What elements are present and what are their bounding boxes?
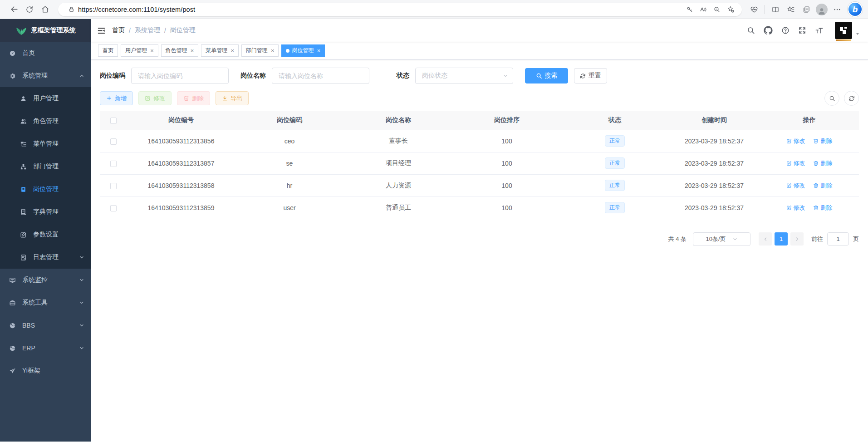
row-delete-link[interactable]: 删除	[813, 137, 832, 145]
row-checkbox[interactable]	[110, 161, 117, 167]
sidebar-item-yi[interactable]: Yi框架	[0, 359, 91, 382]
collections-icon[interactable]	[799, 3, 814, 16]
sidebar-item-label: 角色管理	[33, 117, 59, 125]
sidebar-submenu-system: 用户管理 角色管理 菜单管理 部门管理	[0, 87, 91, 269]
help-icon[interactable]	[781, 26, 790, 34]
sidebar-item-home[interactable]: 首页	[0, 42, 91, 64]
column-header-created: 创建时间	[669, 111, 760, 130]
tab-menu[interactable]: 菜单管理 ×	[201, 44, 239, 57]
breadcrumb-home[interactable]: 首页	[112, 26, 125, 34]
sidebar-item-label: 字典管理	[33, 208, 59, 216]
app-logo[interactable]: 意框架管理系统	[0, 19, 91, 42]
copilot-icon[interactable]: b	[848, 2, 863, 17]
add-button[interactable]: 新增	[100, 91, 133, 105]
sidebar-item-dict[interactable]: 字典管理	[0, 201, 91, 223]
refresh-table-button[interactable]	[844, 91, 859, 106]
row-delete-link[interactable]: 删除	[813, 159, 832, 167]
profile-avatar[interactable]	[814, 3, 829, 16]
close-icon[interactable]: ×	[316, 48, 320, 54]
read-aloud-icon[interactable]	[696, 3, 710, 16]
tab-home[interactable]: 首页	[98, 44, 118, 57]
sidebar-item-label: 系统监控	[22, 276, 48, 284]
edit-button[interactable]: 修改	[138, 91, 172, 105]
status-badge: 正常	[605, 202, 625, 213]
tab-label: 菜单管理	[206, 47, 227, 54]
close-icon[interactable]: ×	[190, 48, 194, 54]
tab-label: 用户管理	[125, 47, 147, 54]
next-page-button[interactable]	[790, 232, 804, 246]
show-search-toggle-button[interactable]	[824, 91, 839, 106]
close-icon[interactable]: ×	[149, 48, 154, 54]
font-size-icon[interactable]	[815, 26, 824, 35]
password-key-icon[interactable]	[683, 3, 696, 16]
toolbar-divider	[765, 5, 765, 14]
row-edit-label: 修改	[794, 137, 805, 145]
sidebar-item-dept[interactable]: 部门管理	[0, 155, 91, 178]
browser-essentials-icon[interactable]	[746, 3, 762, 16]
post-name-input[interactable]	[272, 68, 369, 84]
row-edit-link[interactable]: 修改	[786, 159, 805, 167]
sidebar-item-user[interactable]: 用户管理	[0, 87, 91, 110]
tab-post-active[interactable]: 岗位管理 ×	[281, 44, 325, 57]
select-all-checkbox[interactable]	[110, 118, 117, 124]
export-button[interactable]: 导出	[216, 91, 249, 105]
zoom-out-icon[interactable]	[710, 3, 724, 16]
row-checkbox[interactable]	[110, 205, 117, 211]
sidebar-item-log[interactable]: 日志管理	[0, 246, 91, 269]
row-edit-link[interactable]: 修改	[786, 182, 805, 190]
sidebar-item-menu[interactable]: 菜单管理	[0, 133, 91, 155]
sidebar-item-role[interactable]: 角色管理	[0, 110, 91, 133]
page-number-button[interactable]: 1	[775, 232, 788, 246]
github-icon[interactable]	[764, 26, 773, 35]
tab-role[interactable]: 角色管理 ×	[161, 44, 199, 57]
delete-button[interactable]: 删除	[177, 91, 210, 105]
page-size-select[interactable]: 10条/页	[693, 232, 750, 246]
chevron-up-icon	[79, 73, 84, 79]
row-edit-link[interactable]: 修改	[786, 204, 805, 212]
address-bar[interactable]: https://ccnetcore.com:1101/system/post	[58, 3, 742, 16]
sidebar-item-post[interactable]: 岗位管理	[0, 178, 91, 201]
sidebar-fold-icon[interactable]	[97, 26, 106, 35]
prev-page-button[interactable]	[759, 232, 772, 246]
tags-bar: 首页 用户管理 × 角色管理 × 菜单管理 × 部门管理 × 岗位管理 ×	[91, 42, 868, 60]
browser-refresh-icon[interactable]	[22, 3, 37, 16]
sidebar-item-monitor[interactable]: 系统监控	[0, 269, 91, 291]
fullscreen-icon[interactable]	[798, 26, 806, 34]
user-avatar[interactable]	[835, 22, 860, 39]
sidebar-item-erp[interactable]: ERP	[0, 337, 91, 359]
browser-menu-icon[interactable]	[829, 3, 845, 16]
split-screen-icon[interactable]	[768, 3, 783, 16]
close-icon[interactable]: ×	[230, 48, 234, 54]
status-badge: 正常	[605, 180, 625, 191]
row-delete-label: 删除	[820, 159, 832, 167]
row-checkbox[interactable]	[110, 183, 117, 189]
row-edit-link[interactable]: 修改	[786, 137, 805, 145]
breadcrumb-current: 岗位管理	[170, 26, 196, 34]
add-favorite-icon[interactable]	[724, 3, 737, 16]
tab-dept[interactable]: 部门管理 ×	[241, 44, 279, 57]
row-delete-link[interactable]: 删除	[813, 204, 832, 212]
browser-back-icon[interactable]	[6, 3, 22, 16]
status-select[interactable]: 岗位状态	[415, 68, 513, 84]
app-title: 意框架管理系统	[31, 26, 76, 34]
sidebar-item-label: 系统工具	[22, 299, 48, 307]
header-search-icon[interactable]	[747, 26, 755, 34]
row-delete-link[interactable]: 删除	[813, 182, 832, 190]
peoples-icon	[20, 118, 27, 125]
search-button[interactable]: 搜索	[525, 68, 568, 83]
tab-user[interactable]: 用户管理 ×	[121, 44, 158, 57]
tab-label: 岗位管理	[292, 47, 314, 54]
post-code-input[interactable]	[131, 68, 229, 84]
sidebar-item-param[interactable]: 参数设置	[0, 223, 91, 246]
favorites-icon[interactable]	[783, 3, 799, 16]
tool-icon	[9, 300, 16, 306]
sidebar-item-system[interactable]: 系统管理	[0, 64, 91, 87]
reset-button[interactable]: 重置	[574, 68, 607, 83]
row-checkbox[interactable]	[110, 138, 117, 145]
close-icon[interactable]: ×	[270, 48, 275, 54]
sidebar-item-bbs[interactable]: BBS	[0, 314, 91, 337]
goto-page-input[interactable]	[827, 232, 849, 246]
url-text[interactable]: https://ccnetcore.com:1101/system/post	[78, 6, 683, 13]
sidebar-item-tool[interactable]: 系统工具	[0, 291, 91, 314]
browser-home-icon[interactable]	[37, 3, 53, 16]
